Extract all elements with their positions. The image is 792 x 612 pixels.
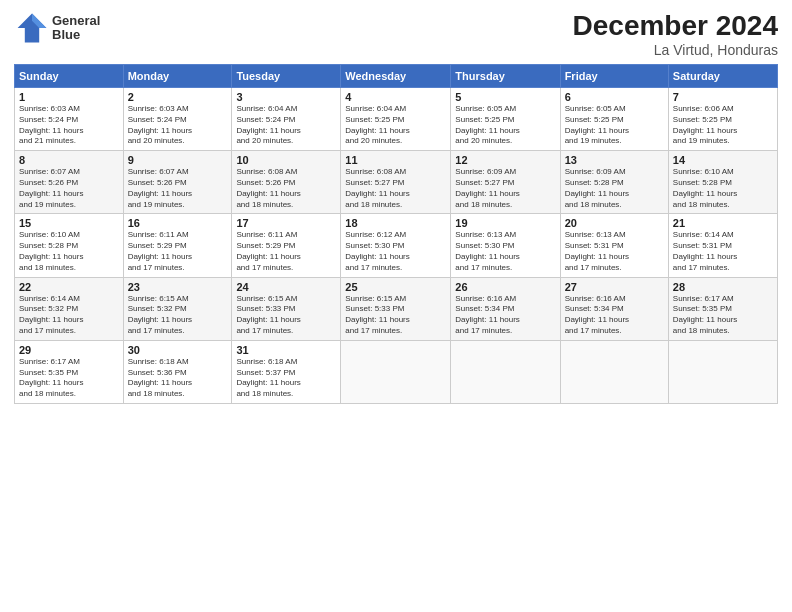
day-info: Sunrise: 6:11 AM Sunset: 5:29 PM Dayligh… (236, 230, 336, 273)
day-info: Sunrise: 6:08 AM Sunset: 5:26 PM Dayligh… (236, 167, 336, 210)
day-number: 18 (345, 217, 446, 229)
day-number: 15 (19, 217, 119, 229)
day-info: Sunrise: 6:05 AM Sunset: 5:25 PM Dayligh… (455, 104, 555, 147)
day-cell-26: 26Sunrise: 6:16 AM Sunset: 5:34 PM Dayli… (451, 277, 560, 340)
day-cell-20: 20Sunrise: 6:13 AM Sunset: 5:31 PM Dayli… (560, 214, 668, 277)
subtitle: La Virtud, Honduras (573, 42, 778, 58)
logo-text: General Blue (52, 14, 100, 43)
day-info: Sunrise: 6:09 AM Sunset: 5:27 PM Dayligh… (455, 167, 555, 210)
day-info: Sunrise: 6:08 AM Sunset: 5:27 PM Dayligh… (345, 167, 446, 210)
day-cell-30: 30Sunrise: 6:18 AM Sunset: 5:36 PM Dayli… (123, 340, 232, 403)
day-cell-4: 4Sunrise: 6:04 AM Sunset: 5:25 PM Daylig… (341, 88, 451, 151)
day-cell-29: 29Sunrise: 6:17 AM Sunset: 5:35 PM Dayli… (15, 340, 124, 403)
day-info: Sunrise: 6:14 AM Sunset: 5:32 PM Dayligh… (19, 294, 119, 337)
day-info: Sunrise: 6:04 AM Sunset: 5:24 PM Dayligh… (236, 104, 336, 147)
day-cell-27: 27Sunrise: 6:16 AM Sunset: 5:34 PM Dayli… (560, 277, 668, 340)
day-info: Sunrise: 6:14 AM Sunset: 5:31 PM Dayligh… (673, 230, 773, 273)
day-number: 21 (673, 217, 773, 229)
week-row-2: 8Sunrise: 6:07 AM Sunset: 5:26 PM Daylig… (15, 151, 778, 214)
day-info: Sunrise: 6:07 AM Sunset: 5:26 PM Dayligh… (128, 167, 228, 210)
day-info: Sunrise: 6:07 AM Sunset: 5:26 PM Dayligh… (19, 167, 119, 210)
week-row-1: 1Sunrise: 6:03 AM Sunset: 5:24 PM Daylig… (15, 88, 778, 151)
day-cell-13: 13Sunrise: 6:09 AM Sunset: 5:28 PM Dayli… (560, 151, 668, 214)
day-info: Sunrise: 6:15 AM Sunset: 5:32 PM Dayligh… (128, 294, 228, 337)
day-number: 11 (345, 154, 446, 166)
logo: General Blue (14, 10, 100, 46)
logo-line1: General (52, 14, 100, 28)
day-number: 16 (128, 217, 228, 229)
day-cell-1: 1Sunrise: 6:03 AM Sunset: 5:24 PM Daylig… (15, 88, 124, 151)
day-number: 23 (128, 281, 228, 293)
day-number: 6 (565, 91, 664, 103)
day-cell-19: 19Sunrise: 6:13 AM Sunset: 5:30 PM Dayli… (451, 214, 560, 277)
day-cell-11: 11Sunrise: 6:08 AM Sunset: 5:27 PM Dayli… (341, 151, 451, 214)
weekday-header-tuesday: Tuesday (232, 65, 341, 88)
empty-cell (451, 340, 560, 403)
day-cell-18: 18Sunrise: 6:12 AM Sunset: 5:30 PM Dayli… (341, 214, 451, 277)
day-number: 31 (236, 344, 336, 356)
calendar: SundayMondayTuesdayWednesdayThursdayFrid… (14, 64, 778, 404)
day-number: 1 (19, 91, 119, 103)
day-number: 7 (673, 91, 773, 103)
day-number: 9 (128, 154, 228, 166)
day-info: Sunrise: 6:18 AM Sunset: 5:37 PM Dayligh… (236, 357, 336, 400)
day-cell-16: 16Sunrise: 6:11 AM Sunset: 5:29 PM Dayli… (123, 214, 232, 277)
day-info: Sunrise: 6:15 AM Sunset: 5:33 PM Dayligh… (345, 294, 446, 337)
day-number: 12 (455, 154, 555, 166)
day-number: 19 (455, 217, 555, 229)
day-info: Sunrise: 6:12 AM Sunset: 5:30 PM Dayligh… (345, 230, 446, 273)
day-cell-8: 8Sunrise: 6:07 AM Sunset: 5:26 PM Daylig… (15, 151, 124, 214)
day-info: Sunrise: 6:18 AM Sunset: 5:36 PM Dayligh… (128, 357, 228, 400)
day-info: Sunrise: 6:06 AM Sunset: 5:25 PM Dayligh… (673, 104, 773, 147)
day-cell-7: 7Sunrise: 6:06 AM Sunset: 5:25 PM Daylig… (668, 88, 777, 151)
day-info: Sunrise: 6:16 AM Sunset: 5:34 PM Dayligh… (565, 294, 664, 337)
weekday-header-row: SundayMondayTuesdayWednesdayThursdayFrid… (15, 65, 778, 88)
logo-line2: Blue (52, 28, 100, 42)
day-number: 2 (128, 91, 228, 103)
day-cell-24: 24Sunrise: 6:15 AM Sunset: 5:33 PM Dayli… (232, 277, 341, 340)
day-cell-23: 23Sunrise: 6:15 AM Sunset: 5:32 PM Dayli… (123, 277, 232, 340)
day-info: Sunrise: 6:13 AM Sunset: 5:30 PM Dayligh… (455, 230, 555, 273)
week-row-3: 15Sunrise: 6:10 AM Sunset: 5:28 PM Dayli… (15, 214, 778, 277)
day-cell-15: 15Sunrise: 6:10 AM Sunset: 5:28 PM Dayli… (15, 214, 124, 277)
day-cell-5: 5Sunrise: 6:05 AM Sunset: 5:25 PM Daylig… (451, 88, 560, 151)
day-info: Sunrise: 6:17 AM Sunset: 5:35 PM Dayligh… (19, 357, 119, 400)
weekday-header-sunday: Sunday (15, 65, 124, 88)
day-number: 8 (19, 154, 119, 166)
day-cell-22: 22Sunrise: 6:14 AM Sunset: 5:32 PM Dayli… (15, 277, 124, 340)
day-info: Sunrise: 6:10 AM Sunset: 5:28 PM Dayligh… (19, 230, 119, 273)
logo-icon (14, 10, 50, 46)
day-number: 28 (673, 281, 773, 293)
day-number: 25 (345, 281, 446, 293)
weekday-header-monday: Monday (123, 65, 232, 88)
day-cell-12: 12Sunrise: 6:09 AM Sunset: 5:27 PM Dayli… (451, 151, 560, 214)
day-number: 20 (565, 217, 664, 229)
main-title: December 2024 (573, 10, 778, 42)
day-info: Sunrise: 6:03 AM Sunset: 5:24 PM Dayligh… (19, 104, 119, 147)
day-number: 14 (673, 154, 773, 166)
day-number: 22 (19, 281, 119, 293)
day-info: Sunrise: 6:16 AM Sunset: 5:34 PM Dayligh… (455, 294, 555, 337)
day-info: Sunrise: 6:10 AM Sunset: 5:28 PM Dayligh… (673, 167, 773, 210)
day-info: Sunrise: 6:11 AM Sunset: 5:29 PM Dayligh… (128, 230, 228, 273)
day-info: Sunrise: 6:09 AM Sunset: 5:28 PM Dayligh… (565, 167, 664, 210)
day-number: 10 (236, 154, 336, 166)
day-number: 5 (455, 91, 555, 103)
empty-cell (668, 340, 777, 403)
day-info: Sunrise: 6:05 AM Sunset: 5:25 PM Dayligh… (565, 104, 664, 147)
day-number: 26 (455, 281, 555, 293)
weekday-header-wednesday: Wednesday (341, 65, 451, 88)
title-block: December 2024 La Virtud, Honduras (573, 10, 778, 58)
day-number: 3 (236, 91, 336, 103)
empty-cell (560, 340, 668, 403)
week-row-5: 29Sunrise: 6:17 AM Sunset: 5:35 PM Dayli… (15, 340, 778, 403)
day-cell-6: 6Sunrise: 6:05 AM Sunset: 5:25 PM Daylig… (560, 88, 668, 151)
day-info: Sunrise: 6:15 AM Sunset: 5:33 PM Dayligh… (236, 294, 336, 337)
day-cell-3: 3Sunrise: 6:04 AM Sunset: 5:24 PM Daylig… (232, 88, 341, 151)
day-cell-9: 9Sunrise: 6:07 AM Sunset: 5:26 PM Daylig… (123, 151, 232, 214)
day-cell-10: 10Sunrise: 6:08 AM Sunset: 5:26 PM Dayli… (232, 151, 341, 214)
weekday-header-friday: Friday (560, 65, 668, 88)
day-info: Sunrise: 6:03 AM Sunset: 5:24 PM Dayligh… (128, 104, 228, 147)
day-number: 13 (565, 154, 664, 166)
day-cell-31: 31Sunrise: 6:18 AM Sunset: 5:37 PM Dayli… (232, 340, 341, 403)
